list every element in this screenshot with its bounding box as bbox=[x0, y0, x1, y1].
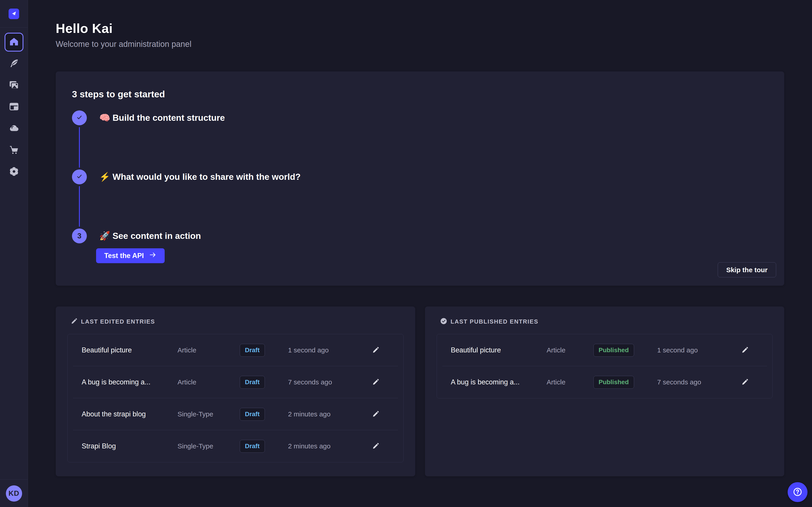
lightning-emoji: ⚡ bbox=[99, 172, 110, 182]
table-row[interactable]: Beautiful picture Article Draft 1 second… bbox=[68, 334, 403, 366]
pencil-icon bbox=[372, 346, 379, 354]
last-edited-table: Beautiful picture Article Draft 1 second… bbox=[67, 334, 404, 462]
entry-time: 2 minutes ago bbox=[288, 410, 370, 418]
arrow-right-icon bbox=[149, 251, 157, 261]
main-content: Hello Kai Welcome to your administration… bbox=[28, 0, 812, 476]
feather-icon bbox=[9, 58, 19, 70]
entry-type: Single-Type bbox=[177, 442, 241, 450]
help-button[interactable] bbox=[788, 482, 808, 502]
entry-type: Article bbox=[177, 346, 241, 354]
step-2-label: ⚡ What would you like to share with the … bbox=[99, 172, 301, 182]
last-published-card: LAST PUBLISHED ENTRIES Beautiful picture… bbox=[425, 306, 784, 476]
strapi-logo[interactable] bbox=[9, 9, 19, 19]
step-1-label: 🧠 Build the content structure bbox=[99, 113, 225, 123]
pencil-icon bbox=[372, 442, 379, 450]
last-edited-header: LAST EDITED ENTRIES bbox=[70, 317, 404, 326]
sidebar-item-settings[interactable] bbox=[4, 163, 23, 181]
entry-title: Beautiful picture bbox=[451, 346, 547, 354]
onboarding-step-1: 🧠 Build the content structure bbox=[72, 110, 776, 125]
question-circle-icon bbox=[793, 487, 803, 498]
entry-time: 2 minutes ago bbox=[288, 442, 370, 450]
onboarding-step-3: 3 🚀 See content in action bbox=[72, 228, 776, 243]
sidebar-item-content-type-builder[interactable] bbox=[4, 98, 23, 116]
gear-icon bbox=[9, 166, 19, 178]
table-row[interactable]: A bug is becoming a... Article Draft 7 s… bbox=[68, 366, 403, 398]
step-3-label: 🚀 See content in action bbox=[99, 231, 201, 241]
pencil-icon bbox=[372, 410, 379, 418]
brain-emoji: 🧠 bbox=[99, 113, 110, 123]
check-icon bbox=[75, 113, 84, 122]
table-row[interactable]: Strapi Blog Single-Type Draft 2 minutes … bbox=[68, 430, 403, 462]
home-icon bbox=[9, 37, 19, 48]
edit-entry-button[interactable] bbox=[370, 409, 381, 419]
edit-entry-button[interactable] bbox=[740, 377, 750, 388]
table-row[interactable]: A bug is becoming a... Article Published… bbox=[437, 366, 772, 398]
sidebar-item-home[interactable] bbox=[4, 33, 23, 52]
status-badge: Draft bbox=[240, 376, 265, 389]
cloud-icon bbox=[9, 123, 19, 134]
cart-icon bbox=[9, 145, 19, 156]
page-title: Hello Kai bbox=[56, 21, 784, 36]
sidebar-item-media-library[interactable] bbox=[4, 76, 23, 95]
edit-entry-button[interactable] bbox=[740, 345, 750, 355]
user-avatar[interactable]: KD bbox=[6, 485, 22, 502]
step-3-number: 3 bbox=[78, 232, 82, 240]
edit-entry-button[interactable] bbox=[370, 345, 381, 355]
workspace-logo-area bbox=[0, 0, 28, 28]
pencil-icon bbox=[372, 378, 379, 386]
last-published-header: LAST PUBLISHED ENTRIES bbox=[440, 317, 773, 326]
step-connector bbox=[79, 127, 80, 168]
edit-entry-button[interactable] bbox=[370, 441, 381, 452]
entry-time: 7 seconds ago bbox=[288, 378, 370, 386]
last-edited-title: LAST EDITED ENTRIES bbox=[81, 318, 155, 325]
entry-title: Beautiful picture bbox=[82, 346, 177, 354]
step-3-status: 3 bbox=[72, 228, 87, 243]
status-badge: Draft bbox=[240, 408, 265, 421]
entry-time: 1 second ago bbox=[657, 346, 740, 354]
rocket-emoji: 🚀 bbox=[99, 231, 110, 241]
edit-entry-button[interactable] bbox=[370, 377, 381, 388]
strapi-logo-icon bbox=[11, 10, 17, 17]
sidebar-item-cloud[interactable] bbox=[4, 119, 23, 138]
step-connector bbox=[79, 186, 80, 227]
step-1-status bbox=[72, 110, 87, 125]
last-published-title: LAST PUBLISHED ENTRIES bbox=[451, 318, 539, 325]
test-api-button[interactable]: Test the API bbox=[96, 248, 165, 263]
onboarding-title: 3 steps to get started bbox=[72, 89, 776, 100]
sidebar-item-content-manager[interactable] bbox=[4, 54, 23, 73]
entry-title: A bug is becoming a... bbox=[82, 378, 177, 386]
media-library-icon bbox=[9, 79, 19, 91]
last-published-table: Beautiful picture Article Published 1 se… bbox=[437, 334, 773, 398]
step-2-status bbox=[72, 169, 87, 184]
onboarding-card: 3 steps to get started 🧠 Build the conte… bbox=[56, 71, 784, 286]
sidebar-footer: KD bbox=[0, 480, 28, 507]
skip-tour-button[interactable]: Skip the tour bbox=[718, 262, 776, 277]
entry-time: 1 second ago bbox=[288, 346, 370, 354]
entry-type: Single-Type bbox=[177, 410, 241, 418]
check-circle-icon bbox=[440, 317, 448, 326]
check-icon bbox=[75, 172, 84, 181]
sidebar-item-marketplace[interactable] bbox=[4, 141, 23, 160]
pencil-icon bbox=[741, 346, 749, 354]
table-row[interactable]: Beautiful picture Article Published 1 se… bbox=[437, 334, 772, 366]
entry-title: Strapi Blog bbox=[82, 442, 177, 450]
entry-title: A bug is becoming a... bbox=[451, 378, 547, 386]
entries-section: LAST EDITED ENTRIES Beautiful picture Ar… bbox=[56, 306, 784, 476]
entry-type: Article bbox=[177, 378, 241, 386]
status-badge: Draft bbox=[240, 344, 265, 357]
status-badge: Draft bbox=[240, 440, 265, 453]
last-edited-card: LAST EDITED ENTRIES Beautiful picture Ar… bbox=[56, 306, 415, 476]
pencil-icon bbox=[741, 378, 749, 386]
table-row[interactable]: About the strapi blog Single-Type Draft … bbox=[68, 398, 403, 430]
pencil-icon bbox=[70, 318, 78, 326]
layout-icon bbox=[9, 101, 19, 113]
entry-time: 7 seconds ago bbox=[657, 378, 740, 386]
onboarding-step-2: ⚡ What would you like to share with the … bbox=[72, 169, 776, 184]
page-subtitle: Welcome to your administration panel bbox=[56, 40, 784, 49]
status-badge: Published bbox=[594, 344, 634, 357]
sidebar-nav bbox=[0, 31, 28, 183]
strapi-admin-homepage: { "colors": { "background": "#181826", "… bbox=[0, 0, 812, 507]
sidebar: KD bbox=[0, 0, 28, 507]
entry-title: About the strapi blog bbox=[82, 410, 177, 418]
status-badge: Published bbox=[594, 376, 634, 389]
